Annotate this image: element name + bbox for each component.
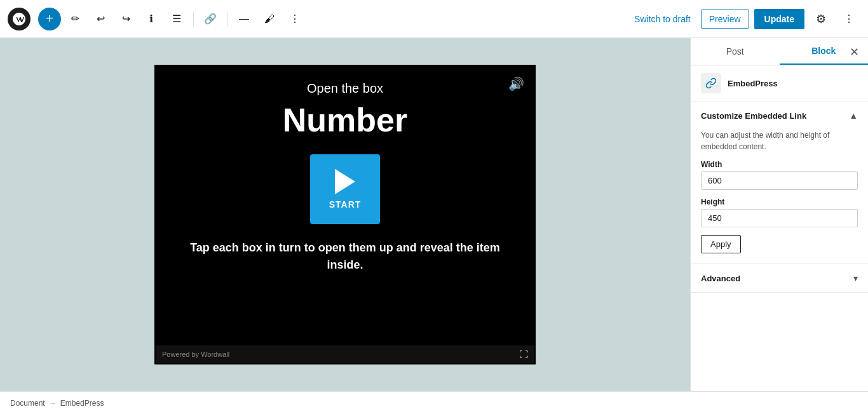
toolbar: + ✏ ↩ ↪ ℹ ☰ 🔗 — 🖌 ⋮ Switch to draft Prev… <box>0 0 868 38</box>
redo-button[interactable]: ↪ <box>114 8 137 30</box>
toolbar-divider-2 <box>227 11 227 27</box>
sound-icon: 🔊 <box>508 76 524 91</box>
advanced-label: Advanced <box>701 274 740 283</box>
update-button[interactable]: Update <box>754 9 804 29</box>
separator-button[interactable]: — <box>233 8 255 30</box>
advanced-section[interactable]: Advanced ▾ <box>691 264 868 293</box>
advanced-chevron-icon: ▾ <box>853 273 858 283</box>
height-input[interactable] <box>701 209 858 227</box>
breadcrumb-document[interactable]: Document <box>10 399 45 408</box>
customize-section-title: Customize Embedded Link <box>701 111 806 121</box>
add-block-button[interactable]: + <box>38 8 61 30</box>
more-menu-button[interactable]: ⋮ <box>837 8 860 30</box>
block-header: EmbedPress <box>691 65 868 102</box>
main-layout: 🔊 Open the box Number START Tap each box… <box>0 38 868 391</box>
breadcrumb-current[interactable]: EmbedPress <box>60 399 104 408</box>
customize-chevron-icon: ▲ <box>849 110 858 121</box>
sidebar-tabs-wrapper: Post Block ✕ <box>691 38 868 65</box>
embed-inner: 🔊 Open the box Number START Tap each box… <box>156 66 534 345</box>
canvas-area: 🔊 Open the box Number START Tap each box… <box>0 38 690 391</box>
edit-icon-button[interactable]: ✏ <box>64 8 86 30</box>
fullscreen-icon: ⛶ <box>519 349 528 359</box>
start-button[interactable]: START <box>310 154 380 224</box>
powered-text: Powered by Wordwall <box>162 351 229 358</box>
list-view-button[interactable]: ☰ <box>165 8 188 30</box>
sidebar: Post Block ✕ EmbedPress Customize Embedd… <box>690 38 868 391</box>
open-the-box-text: Open the box <box>307 81 383 96</box>
width-input[interactable] <box>701 171 858 190</box>
close-sidebar-button[interactable]: ✕ <box>843 41 865 63</box>
settings-button[interactable]: ⚙ <box>810 8 832 30</box>
brush-button[interactable]: 🖌 <box>258 8 281 30</box>
tab-post[interactable]: Post <box>691 38 780 65</box>
toolbar-left: + ✏ ↩ ↪ ℹ ☰ 🔗 — 🖌 ⋮ <box>8 8 627 30</box>
height-label: Height <box>701 197 858 206</box>
width-label: Width <box>701 160 858 169</box>
embedpress-icon <box>701 73 721 93</box>
embed-block[interactable]: 🔊 Open the box Number START Tap each box… <box>154 65 536 364</box>
more-options-button[interactable]: ⋮ <box>283 8 306 30</box>
embed-title: Number <box>283 101 407 139</box>
powered-bar: Powered by Wordwall ⛶ <box>156 345 534 363</box>
details-button[interactable]: ℹ <box>140 8 163 30</box>
breadcrumb-separator: → <box>49 399 57 408</box>
customize-description: You can adjust the width and height of e… <box>701 130 858 152</box>
block-name-label: EmbedPress <box>728 79 778 88</box>
tap-text: Tap each box in turn to open them up and… <box>176 239 514 274</box>
breadcrumb-bar: Document → EmbedPress <box>0 391 868 414</box>
link-button[interactable]: 🔗 <box>199 8 222 30</box>
customize-section-body: You can adjust the width and height of e… <box>691 130 868 264</box>
sidebar-tabs: Post Block <box>691 38 868 65</box>
apply-button[interactable]: Apply <box>701 235 741 253</box>
toolbar-right: Switch to draft Preview Update ⚙ ⋮ <box>629 8 860 30</box>
play-icon <box>335 169 355 194</box>
customize-section-header[interactable]: Customize Embedded Link ▲ <box>691 102 868 130</box>
toolbar-divider-1 <box>193 11 194 27</box>
customize-section: Customize Embedded Link ▲ You can adjust… <box>691 102 868 264</box>
switch-to-draft-button[interactable]: Switch to draft <box>629 10 696 28</box>
preview-button[interactable]: Preview <box>701 10 749 29</box>
undo-button[interactable]: ↩ <box>89 8 112 30</box>
wordpress-logo <box>8 8 31 30</box>
start-label: START <box>329 199 362 210</box>
